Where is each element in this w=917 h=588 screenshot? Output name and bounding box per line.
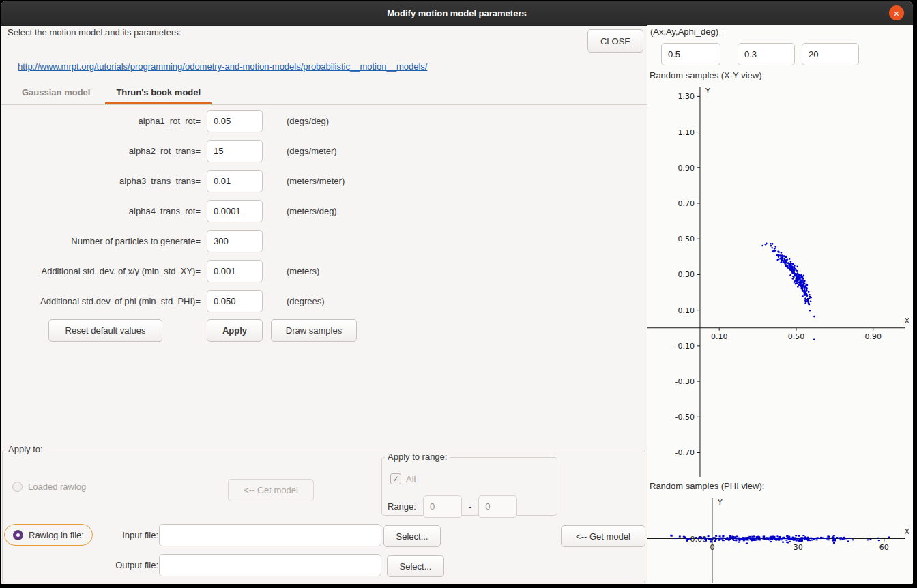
xy-plot-title: Random samples (X-Y view):	[650, 70, 764, 80]
get-model-button[interactable]: <-- Get model	[561, 525, 645, 547]
window-title: Modify motion model parameters	[387, 8, 526, 18]
output-file-field[interactable]	[159, 554, 381, 576]
svg-text:0: 0	[710, 543, 714, 552]
min-std-phi-unit: (degrees)	[287, 296, 325, 306]
main-panel: Select the motion model and its paramete…	[1, 25, 647, 584]
apply-to-range-group: Apply to range: ✓ All Range: -	[381, 457, 557, 516]
phi-plot-title: Random samples (PHI view):	[650, 481, 764, 491]
svg-text:0.10: 0.10	[711, 332, 728, 341]
svg-text:1.30: 1.30	[678, 92, 695, 101]
close-button[interactable]: CLOSE	[587, 29, 643, 53]
svg-text:0.90: 0.90	[865, 332, 882, 341]
select-input-file-button[interactable]: Select...	[383, 525, 441, 547]
form-row: alpha4_trans_rot= (meters/deg)	[1, 196, 647, 226]
form-row: Additional std. dev. of x/y (min_std_XY)…	[1, 256, 647, 286]
alpha3-unit: (meters/meter)	[287, 176, 345, 186]
range-label: Range:	[388, 501, 416, 512]
rawlog-in-file-label: Rawlog in file:	[29, 530, 84, 540]
alpha2-label: alpha2_rot_trans=	[1, 146, 201, 156]
alpha4-input[interactable]	[207, 200, 263, 222]
alpha1-unit: (degs/deg)	[287, 116, 329, 126]
apply-button[interactable]: Apply	[207, 319, 263, 342]
svg-text:0.50: 0.50	[788, 332, 805, 341]
input-file-label: Input file:	[98, 530, 158, 540]
output-file-label: Output file:	[98, 560, 158, 570]
range-dash: -	[469, 501, 471, 512]
alpha3-input[interactable]	[207, 170, 263, 192]
particles-input[interactable]	[207, 230, 263, 252]
input-file-field[interactable]	[159, 524, 381, 546]
window-close-button[interactable]: ×	[889, 5, 904, 20]
tutorial-link[interactable]: http://www.mrpt.org/tutorials/programmin…	[18, 61, 427, 72]
xy-scatter-plot: 0.100.500.901.301.100.900.700.500.300.10…	[647, 83, 912, 477]
form-row: alpha3_trans_trans= (meters/meter)	[1, 166, 647, 196]
alpha1-label: alpha1_rot_rot=	[1, 116, 201, 126]
svg-text:0.10: 0.10	[678, 306, 695, 315]
svg-text:X: X	[904, 317, 909, 325]
alpha3-label: alpha3_trans_trans=	[1, 176, 201, 186]
svg-text:-0.30: -0.30	[675, 377, 695, 386]
alpha4-unit: (meters/deg)	[287, 206, 337, 216]
svg-text:-0.50: -0.50	[675, 413, 695, 422]
reset-defaults-button[interactable]: Reset default values	[48, 319, 162, 342]
alpha2-input[interactable]	[207, 140, 263, 162]
alpha2-unit: (degs/meter)	[287, 146, 337, 156]
min-std-xy-input[interactable]	[207, 260, 263, 282]
tab-thruns-book-model[interactable]: Thrun's book model	[103, 80, 214, 104]
samples-panel: (Ax,Ay,Aphi_deg)= Random samples (X-Y vi…	[647, 25, 913, 584]
svg-text:X: X	[904, 527, 909, 536]
apply-to-range-legend: Apply to range:	[385, 452, 450, 462]
aphi-input[interactable]	[802, 43, 859, 65]
svg-text:0.90: 0.90	[678, 164, 695, 173]
apply-to-group: Apply to: Loaded rawlog <-- Get model Ap…	[2, 450, 645, 583]
alpha4-label: alpha4_trans_rot=	[1, 206, 201, 216]
prompt-text: Select the motion model and its paramete…	[8, 27, 181, 38]
rawlog-in-file-option[interactable]: Rawlog in file:	[4, 524, 93, 546]
form-row: alpha1_rot_rot= (degs/deg)	[1, 106, 647, 136]
alpha1-input[interactable]	[207, 110, 263, 132]
range-to-input	[478, 495, 517, 518]
all-checkbox: ✓	[390, 473, 401, 484]
svg-text:Y: Y	[705, 87, 710, 95]
svg-text:0.50: 0.50	[678, 235, 695, 244]
select-output-file-button[interactable]: Select...	[387, 555, 444, 577]
particles-label: Number of particles to generate=	[1, 236, 201, 246]
tab-gaussian-model[interactable]: Gaussian model	[9, 80, 103, 104]
dialog-window: Modify motion model parameters × Select …	[1, 1, 913, 584]
svg-text:30: 30	[794, 543, 803, 552]
min-std-phi-label: Additional std.dev. of phi (min_std_PHI)…	[1, 296, 201, 306]
phi-scatter-plot: 030600.00YX	[647, 494, 912, 583]
form-row: Number of particles to generate=	[1, 226, 647, 256]
svg-text:0.70: 0.70	[678, 199, 695, 208]
parameters-form: alpha1_rot_rot= (degs/deg) alpha2_rot_tr…	[1, 106, 647, 316]
loaded-rawlog-option: Loaded rawlog	[12, 482, 86, 492]
all-label: All	[406, 474, 416, 484]
apply-to-legend: Apply to:	[5, 444, 46, 454]
loaded-rawlog-radio	[12, 482, 23, 492]
get-model-button-disabled: <-- Get model	[228, 479, 314, 501]
check-icon: ✓	[392, 474, 399, 484]
svg-text:-0.10: -0.10	[675, 342, 695, 351]
svg-text:60: 60	[879, 543, 889, 552]
svg-text:Y: Y	[717, 498, 723, 507]
rawlog-in-file-radio[interactable]	[13, 530, 23, 540]
form-row: alpha2_rot_trans= (degs/meter)	[1, 136, 647, 166]
min-std-xy-label: Additional std. dev. of x/y (min_std_XY)…	[1, 266, 201, 276]
min-std-phi-input[interactable]	[207, 290, 263, 312]
titlebar[interactable]: Modify motion model parameters ×	[1, 1, 913, 26]
svg-text:1.10: 1.10	[678, 128, 695, 137]
range-from-input	[423, 495, 462, 518]
svg-text:-0.70: -0.70	[675, 448, 695, 457]
ax-input[interactable]	[661, 43, 720, 65]
svg-text:0.30: 0.30	[678, 270, 695, 279]
range-row: Range: -	[388, 495, 517, 518]
tab-bar: Gaussian model Thrun's book model	[1, 80, 647, 105]
min-std-xy-unit: (meters)	[287, 266, 319, 276]
form-row: Additional std.dev. of phi (min_std_PHI)…	[1, 286, 647, 316]
loaded-rawlog-label: Loaded rawlog	[28, 482, 86, 492]
all-option: ✓ All	[390, 473, 416, 484]
pose-increment-label: (Ax,Ay,Aphi_deg)=	[650, 27, 724, 37]
close-icon: ×	[894, 8, 900, 18]
ay-input[interactable]	[738, 43, 795, 65]
draw-samples-button[interactable]: Draw samples	[271, 319, 357, 342]
